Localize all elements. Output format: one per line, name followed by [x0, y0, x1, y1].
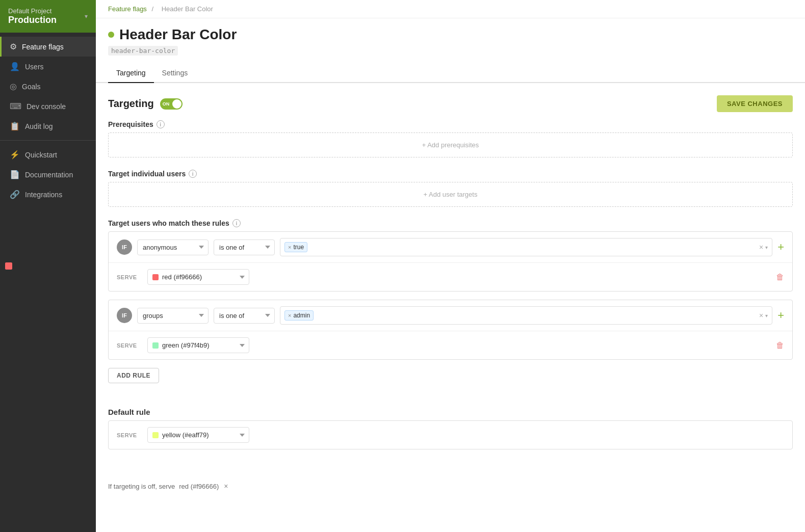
- main-content: Feature flags / Header Bar Color Header …: [96, 0, 805, 532]
- rule-condition-row-2: IF anonymous groups userId email is one …: [109, 300, 792, 331]
- rule-field-select-2[interactable]: anonymous groups userId email: [137, 308, 209, 324]
- tag-admin: × admin: [284, 310, 314, 321]
- tag-true: × true: [284, 242, 307, 252]
- targeting-toggle[interactable]: ON: [160, 98, 183, 110]
- rule-serve-row-2: SERVE red (#f96666) green (#97f4b9) yell…: [109, 331, 792, 359]
- sidebar-item-label: Goals: [22, 83, 41, 91]
- rule-op-select-2[interactable]: is one of is not one of: [214, 308, 275, 324]
- page-slug: header-bar-color: [108, 46, 178, 56]
- delete-rule-button-2[interactable]: 🗑: [776, 341, 784, 350]
- tag-remove-true[interactable]: ×: [288, 244, 291, 250]
- breadcrumb: Feature flags / Header Bar Color: [96, 0, 805, 18]
- rule-value-input-2[interactable]: × admin × ▾: [280, 306, 772, 325]
- doc-icon: 📄: [10, 170, 20, 179]
- sidebar-item-label: Quickstart: [25, 151, 57, 159]
- serve-label-1: SERVE: [117, 274, 142, 280]
- tag-chevron-icon[interactable]: ▾: [765, 245, 768, 250]
- sidebar-item-audit-log[interactable]: 📋 Audit log: [0, 116, 96, 136]
- rule-op-select-1[interactable]: is one of is not one of: [214, 240, 275, 255]
- default-serve-label: SERVE: [117, 432, 142, 438]
- prerequisites-info-icon[interactable]: i: [157, 120, 165, 128]
- default-rule-section: Default rule SERVE red (#f96666) green (…: [108, 408, 793, 449]
- sidebar-item-users[interactable]: 👤 Users: [0, 57, 96, 76]
- rule-field-select-1[interactable]: anonymous groups userId email: [137, 240, 209, 255]
- serve-select-wrap-1: red (#f96666) green (#97f4b9) yellow (#e…: [147, 269, 249, 285]
- tabs: Targeting Settings: [96, 64, 805, 83]
- individual-users-title: Target individual users: [108, 170, 186, 178]
- terminal-icon: ⌨: [10, 101, 21, 111]
- tag-label: admin: [293, 312, 310, 319]
- add-condition-button-2[interactable]: +: [777, 309, 784, 322]
- individual-users-info-icon[interactable]: i: [189, 170, 197, 178]
- add-user-targets-button[interactable]: + Add user targets: [108, 182, 793, 207]
- sliders-icon: ⚙: [10, 42, 17, 51]
- default-serve-select[interactable]: red (#f96666) green (#97f4b9) yellow (#e…: [147, 427, 249, 443]
- rules-info-icon[interactable]: i: [232, 219, 241, 227]
- targeting-off-color-label: red (#f96666): [179, 483, 219, 490]
- if-badge-1: IF: [117, 240, 132, 255]
- serve-select-1[interactable]: red (#f96666) green (#97f4b9) yellow (#e…: [147, 269, 249, 285]
- rule-serve-row-1: SERVE red (#f96666) green (#97f4b9) yell…: [109, 263, 792, 291]
- status-dot: [108, 32, 114, 38]
- rules-section: Target users who match these rules i IF …: [108, 219, 793, 395]
- targeting-off-row: If targeting is off, serve red (#f96666)…: [96, 474, 805, 498]
- default-rule-card: SERVE red (#f96666) green (#97f4b9) yell…: [108, 420, 793, 449]
- tag-clear-icon-2[interactable]: ×: [759, 311, 763, 320]
- rules-section-title: Target users who match these rules: [108, 219, 229, 227]
- sidebar-item-label: Documentation: [25, 171, 73, 179]
- sidebar-item-documentation[interactable]: 📄 Documentation: [0, 165, 96, 184]
- project-name: Default Project: [8, 7, 57, 15]
- serve-label-2: SERVE: [117, 342, 142, 349]
- tab-settings[interactable]: Settings: [154, 64, 196, 83]
- default-rule-title: Default rule: [108, 408, 793, 416]
- save-button[interactable]: SAVE CHANGES: [717, 95, 793, 112]
- sidebar-item-label: Audit log: [25, 122, 53, 130]
- toggle-on-label: ON: [163, 101, 170, 107]
- tab-targeting[interactable]: Targeting: [108, 64, 154, 83]
- rule-card-2: IF anonymous groups userId email is one …: [108, 300, 793, 360]
- delete-rule-button-1[interactable]: 🗑: [776, 273, 784, 282]
- sidebar-item-feature-flags[interactable]: ⚙ Feature flags: [0, 37, 96, 57]
- chevron-down-icon: ▾: [85, 13, 88, 20]
- prerequisites-title: Prerequisites: [108, 120, 153, 128]
- tag-remove-admin[interactable]: ×: [288, 312, 291, 318]
- target-icon: ◎: [10, 82, 17, 91]
- default-serve-select-wrap: red (#f96666) green (#97f4b9) yellow (#e…: [147, 427, 249, 443]
- sidebar-item-label: Feature flags: [22, 43, 64, 51]
- sidebar-item-label: Users: [25, 63, 44, 71]
- targeting-off-clear-icon[interactable]: ×: [224, 482, 228, 490]
- prerequisites-section: Prerequisites i + Add prerequisites: [108, 120, 793, 157]
- sidebar-item-dev-console[interactable]: ⌨ Dev console: [0, 96, 96, 116]
- sidebar-item-quickstart[interactable]: ⚡ Quickstart: [0, 145, 96, 165]
- serve-select-2[interactable]: red (#f96666) green (#97f4b9) yellow (#e…: [147, 337, 249, 353]
- tag-clear-icon[interactable]: ×: [759, 243, 763, 251]
- tag-chevron-icon-2[interactable]: ▾: [765, 313, 768, 318]
- add-prerequisites-button[interactable]: + Add prerequisites: [108, 132, 793, 157]
- lightning-icon: ⚡: [10, 150, 20, 159]
- toggle-knob: [172, 99, 181, 109]
- serve-select-wrap-2: red (#f96666) green (#97f4b9) yellow (#e…: [147, 337, 249, 353]
- env-name: Production: [8, 15, 57, 25]
- if-badge-2: IF: [117, 308, 132, 323]
- individual-users-section: Target individual users i + Add user tar…: [108, 170, 793, 207]
- tag-label: true: [293, 244, 304, 251]
- rule-value-input-1[interactable]: × true × ▾: [280, 238, 772, 256]
- rule-condition-row-1: IF anonymous groups userId email is one …: [109, 232, 792, 263]
- sidebar-item-label: Dev console: [27, 102, 66, 111]
- rule-card-1: IF anonymous groups userId email is one …: [108, 231, 793, 291]
- sidebar-item-label: Integrations: [25, 191, 62, 199]
- user-icon: 👤: [10, 62, 20, 71]
- page-title: Header Bar Color: [119, 26, 237, 43]
- breadcrumb-parent[interactable]: Feature flags: [108, 5, 147, 13]
- page-header: Header Bar Color header-bar-color: [96, 18, 805, 56]
- breadcrumb-separator: /: [152, 5, 155, 13]
- content-area: Targeting ON SAVE CHANGES Prerequisites …: [96, 83, 805, 474]
- sidebar-header[interactable]: Default Project Production ▾: [0, 0, 96, 33]
- sidebar-nav: ⚙ Feature flags 👤 Users ◎ Goals ⌨ Dev co…: [0, 33, 96, 532]
- add-rule-button[interactable]: ADD RULE: [108, 368, 159, 383]
- sidebar-item-integrations[interactable]: 🔗 Integrations: [0, 184, 96, 204]
- add-condition-button-1[interactable]: +: [777, 241, 784, 254]
- breadcrumb-current: Header Bar Color: [162, 5, 213, 13]
- sidebar: Default Project Production ▾ ⚙ Feature f…: [0, 0, 96, 532]
- sidebar-item-goals[interactable]: ◎ Goals: [0, 76, 96, 96]
